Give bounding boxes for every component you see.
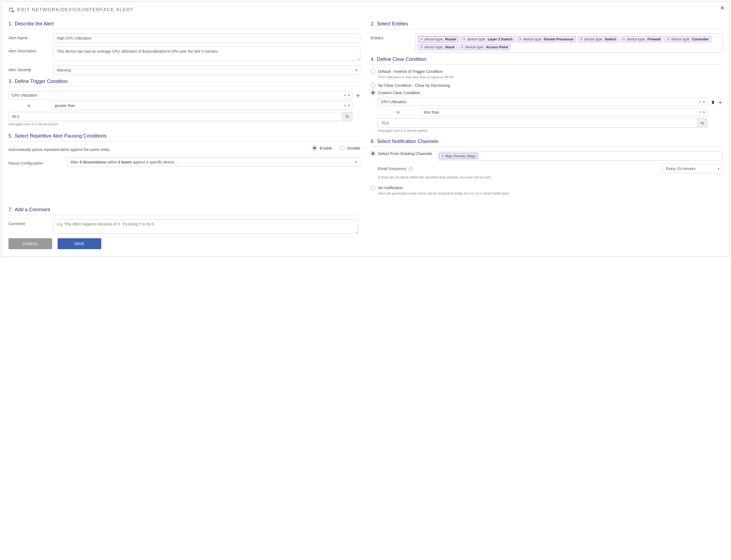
entities-label: Entities	[371, 34, 412, 40]
clear-is-label: is	[378, 110, 419, 114]
radio-icon	[371, 185, 375, 190]
caret-icon	[703, 101, 705, 103]
remove-tag-icon[interactable]: ✕	[420, 45, 423, 49]
close-button[interactable]: ✕	[720, 5, 725, 11]
entity-tag[interactable]: ✕device type: Stack	[418, 44, 457, 50]
clear-icon[interactable]: ×	[344, 103, 346, 108]
section-7-title: 7.Add a Comment	[8, 207, 358, 215]
clear-default-sub: CPU Utilization is now less than or equa…	[378, 75, 723, 79]
notify-none-label: No notification	[378, 186, 403, 190]
notify-channels-box[interactable]: ✕ Map Overlay (Map)	[437, 151, 723, 161]
add-condition-button[interactable]	[718, 100, 723, 106]
entity-tag[interactable]: ✕device type: Router	[418, 36, 459, 42]
section-7-num: 7.	[8, 207, 13, 212]
calendar-plus-icon	[8, 7, 14, 13]
remove-tag-icon[interactable]: ✕	[667, 37, 670, 41]
pause-enable-radio[interactable]: Enable	[312, 146, 332, 150]
comment-label: Comment	[8, 219, 49, 226]
caret-icon	[356, 69, 357, 71]
section-4-num: 4.	[371, 56, 375, 62]
caret-icon	[718, 168, 719, 170]
remove-tag-icon[interactable]: ✕	[441, 154, 444, 158]
caret-icon	[348, 105, 349, 107]
alert-severity-value: Warning	[57, 68, 71, 72]
caret-icon	[703, 111, 705, 113]
clear-unit: %	[697, 118, 708, 128]
section-5-title: 5.Select Repetitive Alert Pausing Condit…	[8, 133, 360, 141]
trigger-operator-value: greater than	[55, 103, 75, 108]
clear-helper: Averaged over a 5 minute period	[378, 129, 708, 133]
modal-header: EDIT NETWORK/DEVICE/INTERFACE ALERT	[8, 7, 723, 13]
channel-name: Map Overlay (Map)	[445, 154, 476, 158]
entity-tag[interactable]: ✕device type: Controller	[665, 36, 711, 42]
clear-value-input[interactable]	[378, 118, 697, 128]
section-1-title: 1.Describe the Alert	[8, 21, 360, 29]
radio-icon	[312, 146, 317, 150]
pause-disable-radio[interactable]: Disable	[340, 146, 360, 150]
clear-custom-radio[interactable]: Custom Clear Condition	[371, 90, 723, 95]
delete-condition-button[interactable]	[711, 100, 715, 106]
section-4-text: Define Clear Condition	[377, 56, 426, 62]
clear-custom-label: Custom Clear Condition	[378, 91, 420, 95]
caret-icon	[348, 94, 349, 96]
trigger-unit: %	[342, 112, 352, 121]
cancel-button[interactable]: CANCEL	[8, 238, 52, 249]
trigger-operator-select[interactable]: greater than ×	[52, 102, 352, 110]
pause-disable-label: Disable	[347, 146, 360, 150]
alert-name-input[interactable]	[53, 34, 360, 43]
section-1-text: Describe the Alert	[15, 21, 54, 26]
modal-title: EDIT NETWORK/DEVICE/INTERFACE ALERT	[17, 7, 133, 13]
pause-config-label: Pause Configuration	[8, 159, 63, 165]
entity-tag[interactable]: ✕device type: Access Point	[459, 44, 510, 50]
clear-none-radio[interactable]: No Clear Condition - Clear by Dismissing	[371, 83, 723, 88]
clear-default-label: Default - Inverse of Trigger Condition	[378, 69, 443, 74]
clear-icon[interactable]: ×	[699, 100, 701, 104]
remove-tag-icon[interactable]: ✕	[519, 37, 522, 41]
notify-existing-radio[interactable]: Select From Existing Channels	[371, 151, 433, 156]
edit-alert-modal: EDIT NETWORK/DEVICE/INTERFACE ALERT ✕ 1.…	[1, 1, 730, 257]
clear-icon[interactable]: ×	[699, 110, 701, 114]
trigger-metric-value: CPU Utilization	[11, 93, 37, 97]
email-freq-select[interactable]: Every 15 minutes	[662, 164, 723, 173]
radio-icon	[371, 69, 375, 74]
entity-tag[interactable]: ✕device type: Switch	[578, 36, 619, 42]
clear-default-radio[interactable]: Default - Inverse of Trigger Condition	[371, 69, 723, 74]
clear-icon[interactable]: ×	[344, 93, 346, 97]
email-freq-value: Every 15 minutes	[666, 166, 696, 171]
entity-tag[interactable]: ✕device type: Layer 3 Switch	[460, 36, 515, 42]
help-icon[interactable]: ?	[409, 167, 413, 171]
remove-tag-icon[interactable]: ✕	[463, 37, 465, 41]
radio-icon	[371, 151, 375, 156]
clear-metric-value: CPU Utilization	[381, 100, 406, 104]
entity-tag[interactable]: ✕device type: Firewall	[620, 36, 663, 42]
add-condition-button[interactable]	[356, 93, 360, 99]
section-7-text: Add a Comment	[15, 207, 50, 212]
section-3-text: Define Trigger Condition	[15, 79, 68, 84]
clear-operator-select[interactable]: less than ×	[421, 108, 708, 116]
section-6-num: 6.	[371, 139, 375, 144]
comment-input[interactable]	[53, 219, 358, 234]
notify-existing-label: Select From Existing Channels	[378, 151, 432, 156]
entity-tag[interactable]: ✕device type: Packet Processor	[517, 36, 576, 42]
alert-description-input[interactable]: This device has had an average CPU utili…	[53, 47, 360, 61]
trigger-value-input[interactable]	[8, 112, 342, 121]
alert-description-label: Alert Description	[8, 47, 49, 53]
alert-severity-select[interactable]: Warning	[53, 65, 360, 75]
section-2-text: Select Entities	[377, 21, 408, 26]
remove-tag-icon[interactable]: ✕	[420, 37, 423, 41]
clear-operator-value: less than	[424, 110, 439, 114]
remove-tag-icon[interactable]: ✕	[580, 37, 583, 41]
trigger-metric-select[interactable]: CPU Utilization ×	[8, 91, 352, 99]
entities-tags-box[interactable]: ✕device type: Router ✕device type: Layer…	[415, 34, 723, 53]
notify-none-radio[interactable]: No notification	[371, 185, 723, 190]
radio-icon	[371, 90, 375, 95]
remove-tag-icon[interactable]: ✕	[461, 45, 463, 49]
pause-config-select[interactable]: After 5 Occurrences within 2 hours again…	[67, 157, 360, 167]
caret-icon	[356, 161, 357, 163]
section-6-title: 6.Select Notification Channels	[371, 139, 723, 147]
save-button[interactable]: SAVE	[58, 238, 101, 249]
clear-metric-select[interactable]: CPU Utilization ×	[378, 98, 708, 106]
channel-tag[interactable]: ✕ Map Overlay (Map)	[439, 153, 478, 159]
clear-none-label: No Clear Condition - Clear by Dismissing	[378, 83, 450, 88]
remove-tag-icon[interactable]: ✕	[623, 37, 625, 41]
